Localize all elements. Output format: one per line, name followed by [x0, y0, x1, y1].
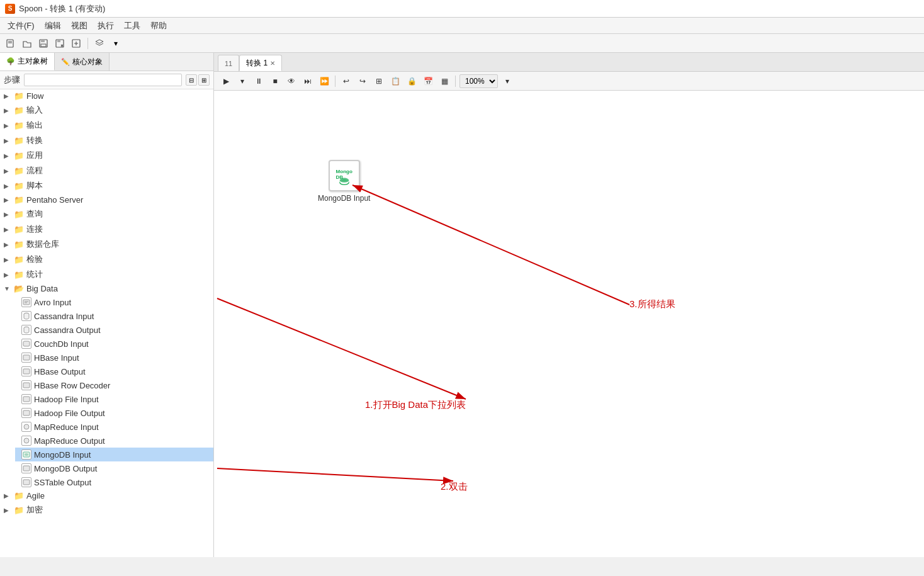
tree-item-mapreduce-input[interactable]: MapReduce Input [15, 420, 213, 434]
svg-rect-25 [23, 480, 30, 485]
tree-item-script[interactable]: ▶ 📁 脚本 [0, 178, 213, 193]
date-button[interactable]: 📅 [421, 74, 435, 88]
lock-button[interactable]: 🔒 [405, 74, 419, 88]
undo-button[interactable]: ↩ [339, 74, 353, 88]
arrow-apply: ▶ [4, 152, 11, 159]
dropdown-button[interactable]: ▾ [109, 37, 123, 50]
tree-item-cassandra-output[interactable]: Cassandra Output [15, 323, 213, 337]
folder-icon-stats: 📁 [14, 270, 24, 280]
svg-rect-19 [23, 410, 30, 415]
tree-item-sstable-output[interactable]: SSTable Output [15, 475, 213, 489]
tree-item-stats[interactable]: ▶ 📁 统计 [0, 267, 213, 282]
tree-item-check[interactable]: ▶ 📁 检验 [0, 252, 213, 267]
tree-item-agile[interactable]: ▶ 📁 Agile [0, 489, 213, 502]
open-button[interactable] [20, 37, 34, 50]
tree-item-connect[interactable]: ▶ 📁 连接 [0, 222, 213, 237]
arrow-transform: ▶ [4, 137, 11, 144]
panel-tab-main-objects[interactable]: 🌳 主对象树 [0, 53, 55, 71]
arrow-stats: ▶ [4, 271, 11, 278]
tab-11-label: 11 [225, 60, 232, 67]
tree-item-input[interactable]: ▶ 📁 输入 [0, 103, 213, 118]
tree-label-bigdata: Big Data [26, 284, 58, 293]
tree-item-mongodb-input[interactable]: MongoDB Input [15, 448, 213, 461]
new-button[interactable] [4, 37, 18, 50]
tree-label-pentaho: Pentaho Server [26, 195, 83, 205]
align-button[interactable]: ⊞ [372, 74, 386, 88]
toolbar-separator-1 [87, 38, 88, 49]
pause-button[interactable]: ⏸ [252, 74, 266, 88]
layers-button[interactable] [93, 37, 106, 50]
tree-item-cassandra-input[interactable]: Cassandra Input [15, 309, 213, 323]
tree-item-flow[interactable]: ▶ 📁 Flow [0, 89, 213, 103]
play-dropdown-button[interactable]: ▾ [235, 74, 249, 88]
tab-transform1[interactable]: 转换 1 ✕ [239, 55, 282, 71]
save-as-button[interactable] [53, 37, 67, 50]
title-bar: S Spoon - 转换 1 (有变动) [0, 0, 924, 18]
step-run-button[interactable]: ⏭ [301, 74, 315, 88]
svg-rect-5 [41, 44, 46, 47]
tree-item-mongodb-output[interactable]: MongoDB Output [15, 461, 213, 475]
tree-item-hbase-row-decoder[interactable]: HBase Row Decoder [15, 378, 213, 392]
tree-item-hadoop-file-input[interactable]: Hadoop File Input [15, 392, 213, 406]
folder-icon-dw: 📁 [14, 240, 24, 249]
steps-search-input[interactable] [24, 74, 182, 86]
tree-label-transform: 转换 [26, 135, 43, 146]
tree-item-hbase-input[interactable]: HBase Input [15, 351, 213, 364]
svg-rect-4 [41, 40, 45, 42]
tree-item-process[interactable]: ▶ 📁 流程 [0, 163, 213, 178]
stop-button[interactable]: ■ [268, 74, 282, 88]
play-button[interactable]: ▶ [219, 74, 233, 88]
tree-label-output: 输出 [26, 120, 43, 131]
collapse-all-button[interactable]: ⊟ [186, 74, 197, 86]
zoom-dropdown-button[interactable]: ▾ [500, 74, 514, 88]
sstable-output-icon [21, 477, 31, 487]
tree-item-avro-input[interactable]: Avro Input [15, 295, 213, 309]
tree-label-process: 流程 [26, 165, 43, 176]
export-button[interactable] [69, 37, 83, 50]
mapreduce-output-icon [21, 436, 31, 446]
svg-rect-16 [23, 369, 30, 374]
tree-label-script: 脚本 [26, 180, 43, 191]
tree-item-bigdata[interactable]: ▼ 📂 Big Data [0, 282, 213, 295]
preview-button[interactable]: 👁 [285, 74, 298, 88]
step-preview-button[interactable]: ⏩ [317, 74, 331, 88]
expand-all-button[interactable]: ⊞ [198, 74, 210, 86]
menu-view[interactable]: 视图 [66, 19, 93, 33]
tree-item-encrypt[interactable]: ▶ 📁 加密 [0, 502, 213, 517]
tree-item-pentaho[interactable]: ▶ 📁 Pentaho Server [0, 193, 213, 206]
tree-item-hadoop-file-output[interactable]: Hadoop File Output [15, 406, 213, 420]
tab-transform1-close[interactable]: ✕ [270, 60, 275, 67]
panel-tab-core-objects[interactable]: ✏️ 核心对象 [55, 53, 110, 71]
notes-button[interactable]: 📋 [388, 74, 402, 88]
svg-rect-14 [23, 341, 30, 346]
tree-item-query[interactable]: ▶ 📁 查询 [0, 206, 213, 222]
zoom-select[interactable]: 100% [459, 74, 498, 88]
redo-button[interactable]: ↪ [356, 74, 369, 88]
menu-help[interactable]: 帮助 [145, 19, 172, 33]
mongodb-input-node[interactable]: Mongo DB MongoDB Input [318, 160, 370, 203]
tree-item-hbase-output[interactable]: HBase Output [15, 364, 213, 378]
tree-item-transform[interactable]: ▶ 📁 转换 [0, 133, 213, 148]
canvas-workspace[interactable]: Mongo DB MongoDB Input [214, 91, 924, 557]
menu-run[interactable]: 执行 [93, 19, 119, 33]
tree-item-output[interactable]: ▶ 📁 输出 [0, 118, 213, 133]
tree-label-mongodb-output: MongoDB Output [34, 464, 97, 473]
edit-icon: ✏️ [61, 58, 70, 66]
save-button[interactable] [37, 37, 50, 50]
arrow-script: ▶ [4, 183, 11, 189]
tab-11[interactable]: 11 [218, 55, 239, 71]
tree-item-couchdb-input[interactable]: CouchDb Input [15, 337, 213, 351]
menu-tools[interactable]: 工具 [119, 19, 145, 33]
tree-item-dw[interactable]: ▶ 📁 数据仓库 [0, 237, 213, 252]
tree-item-mapreduce-output[interactable]: MapReduce Output [15, 434, 213, 448]
menu-edit[interactable]: 编辑 [40, 19, 66, 33]
tree-label-hbase-input: HBase Input [34, 353, 79, 363]
arrow-input: ▶ [4, 107, 11, 114]
layout-button[interactable]: ▦ [437, 74, 451, 88]
tree-label-sstable-output: SSTable Output [34, 478, 91, 487]
folder-icon-input: 📁 [14, 106, 24, 115]
menu-file[interactable]: 文件(F) [3, 19, 40, 33]
tree-item-apply[interactable]: ▶ 📁 应用 [0, 148, 213, 163]
mongodb-input-node-icon: Mongo DB [329, 160, 360, 191]
folder-icon-script: 📁 [14, 181, 24, 191]
